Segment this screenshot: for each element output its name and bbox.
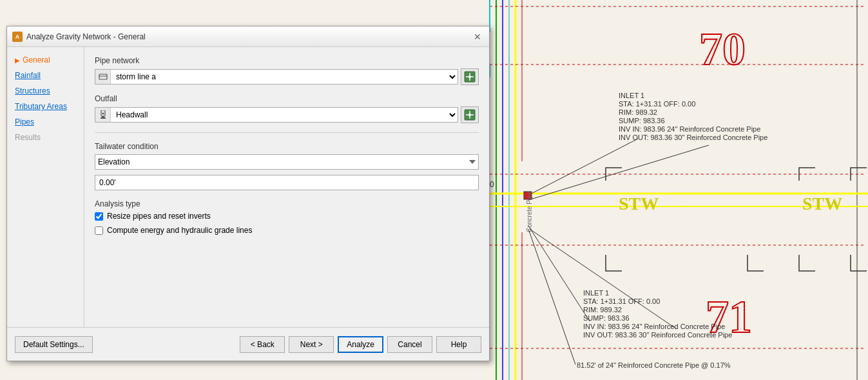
sidebar-item-structures[interactable]: Structures [7, 83, 84, 99]
sidebar-item-tributary-areas[interactable]: Tributary Areas [7, 99, 84, 114]
svg-text:70: 70 [699, 23, 746, 75]
svg-rect-50 [102, 116, 104, 117]
close-button[interactable]: ✕ [471, 30, 484, 43]
button-bar-left: Default Settings... [15, 336, 93, 353]
outfall-select-wrapper: Headwall [95, 107, 458, 123]
sidebar-nav: General Rainfall Structures Tributary Ar… [7, 47, 84, 327]
app-icon: A [12, 32, 23, 42]
svg-text:STW: STW [802, 194, 842, 214]
svg-text:INLET 1: INLET 1 [619, 92, 644, 99]
sidebar-item-rainfall[interactable]: Rainfall [7, 68, 84, 83]
svg-text:RIM: 989.32: RIM: 989.32 [619, 108, 657, 116]
outfall-row: Headwall [95, 106, 479, 123]
pipe-network-row: storm line a [95, 68, 479, 85]
outfall-icon [95, 108, 111, 122]
analysis-type-label: Analysis type [95, 199, 479, 208]
svg-point-49 [102, 113, 104, 115]
title-bar: A Analyze Gravity Network - General ✕ [7, 26, 489, 47]
svg-text:RIM: 989.32: RIM: 989.32 [583, 306, 622, 314]
svg-text:INV IN: 983.96  24"  Reinforce: INV IN: 983.96 24" Reinforced Concrete P… [583, 323, 725, 330]
outfall-pick-button[interactable] [461, 106, 479, 123]
svg-text:INV OUT: 983.36  30"  Reinforc: INV OUT: 983.36 30" Reinforced Concrete … [619, 134, 767, 141]
svg-text:SUMP: 983.36: SUMP: 983.36 [583, 314, 630, 322]
dialog-body: General Rainfall Structures Tributary Ar… [7, 47, 489, 327]
button-bar: Default Settings... < Back Next > Analyz… [7, 327, 489, 361]
svg-text:SUMP: 983.36: SUMP: 983.36 [619, 117, 665, 125]
help-button[interactable]: Help [436, 336, 481, 353]
svg-text:INV OUT: 983.36  30"  Reinforc: INV OUT: 983.36 30" Reinforced Concrete … [583, 331, 732, 339]
svg-text:STW: STW [619, 194, 659, 214]
tailwater-value-input[interactable] [95, 175, 479, 190]
cancel-button[interactable]: Cancel [387, 336, 432, 353]
outfall-pick-icon [464, 109, 476, 121]
checkbox-energy-row: Compute energy and hydraulic grade lines [95, 226, 479, 235]
pipe-network-select[interactable]: storm line a [111, 70, 458, 84]
svg-text:81.52' of 24" Reinforced Concr: 81.52' of 24" Reinforced Concrete Pipe @… [577, 361, 731, 369]
svg-text:Concrete Pipe: Concrete Pipe [526, 191, 533, 232]
dialog-title: Analyze Gravity Network - General [26, 32, 146, 41]
analyze-button[interactable]: Analyze [338, 336, 383, 353]
checkbox-energy-label: Compute energy and hydraulic grade lines [107, 226, 252, 235]
main-content: Pipe network storm line a [84, 47, 489, 327]
tailwater-value-row [95, 175, 479, 190]
checkbox-resize-row: Resize pipes and reset inverts [95, 212, 479, 221]
pipe-network-select-wrapper: storm line a [95, 69, 458, 85]
pipe-network-pick-button[interactable] [461, 68, 479, 85]
outfall-select[interactable]: Headwall [111, 108, 458, 122]
svg-point-54 [468, 114, 471, 116]
svg-text:0: 0 [490, 180, 494, 189]
tailwater-dropdown-row: Elevation Critical Depth Normal Depth Au… [95, 154, 479, 170]
tailwater-label: Tailwater condition [95, 142, 479, 151]
svg-rect-42 [99, 74, 107, 79]
tailwater-select[interactable]: Elevation Critical Depth Normal Depth Au… [95, 154, 479, 170]
pick-icon [464, 71, 476, 83]
svg-text:STA: 1+31.31  OFF: 0.00: STA: 1+31.31 OFF: 0.00 [583, 297, 660, 305]
button-bar-right: < Back Next > Analyze Cancel Help [240, 336, 481, 353]
default-settings-button[interactable]: Default Settings... [15, 336, 93, 353]
svg-text:INLET 1: INLET 1 [583, 289, 609, 297]
sidebar-item-pipes[interactable]: Pipes [7, 114, 84, 130]
title-bar-left: A Analyze Gravity Network - General [12, 32, 146, 42]
svg-point-47 [468, 75, 471, 78]
pipe-network-icon [95, 70, 111, 84]
checkbox-resize[interactable] [95, 212, 103, 221]
checkbox-energy[interactable] [95, 226, 103, 235]
svg-text:INV IN: 983.96  24"  Reinforce: INV IN: 983.96 24" Reinforced Concrete P… [619, 125, 760, 133]
sidebar-item-results: Results [7, 130, 84, 145]
svg-text:STA: 1+31.31  OFF: 0.00: STA: 1+31.31 OFF: 0.00 [619, 100, 695, 108]
divider-1 [95, 132, 479, 133]
outfall-label: Outfall [95, 94, 479, 103]
sidebar-item-general[interactable]: General [7, 52, 84, 68]
pipe-network-label: Pipe network [95, 56, 479, 65]
back-button[interactable]: < Back [240, 336, 285, 353]
next-button[interactable]: Next > [289, 336, 334, 353]
dialog: A Analyze Gravity Network - General ✕ Ge… [6, 26, 490, 361]
checkbox-resize-label: Resize pipes and reset inverts [107, 212, 211, 221]
